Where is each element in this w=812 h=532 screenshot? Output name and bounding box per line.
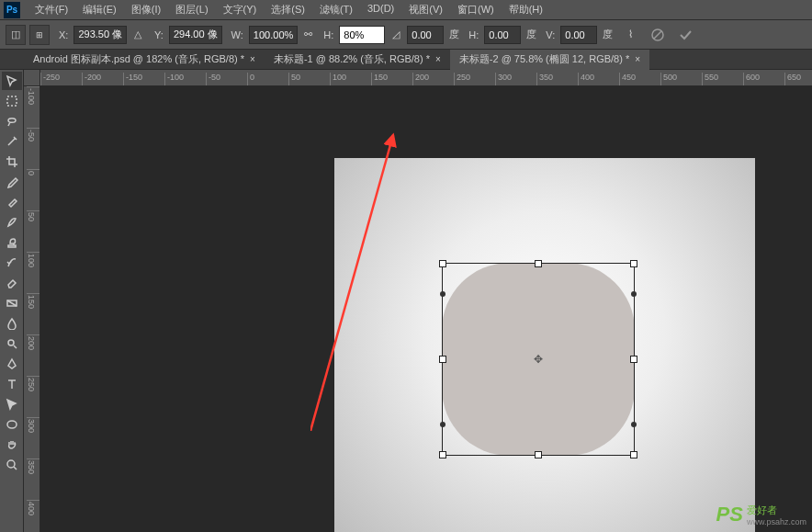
angle-input[interactable]: 0.00	[407, 26, 444, 44]
wand-tool[interactable]	[2, 132, 22, 151]
skew-h-unit: 度	[526, 28, 536, 41]
path-tool[interactable]	[2, 395, 22, 413]
cancel-icon[interactable]	[648, 25, 668, 45]
handle-tc[interactable]	[535, 260, 542, 267]
tab-2[interactable]: 未标题-1 @ 88.2% (音乐, RGB/8) *×	[265, 50, 450, 70]
curve-point[interactable]	[440, 291, 445, 297]
toolbox	[0, 70, 24, 532]
move-tool[interactable]	[2, 72, 22, 90]
curve-point[interactable]	[631, 422, 637, 427]
watermark: PS 爱好者 www.psahz.com	[716, 503, 806, 526]
heal-tool[interactable]	[2, 193, 22, 211]
menu-item[interactable]: 编辑(E)	[75, 3, 124, 17]
handle-tl[interactable]	[439, 260, 446, 267]
skew-h-input[interactable]: 0.00	[484, 26, 521, 44]
shape-tool[interactable]	[2, 415, 22, 434]
handle-bc[interactable]	[535, 451, 542, 458]
center-point-icon[interactable]: ✥	[533, 354, 544, 365]
lasso-tool[interactable]	[2, 112, 22, 130]
close-icon[interactable]: ×	[635, 54, 640, 64]
handle-rc[interactable]	[630, 356, 637, 363]
menu-item[interactable]: 视图(V)	[401, 3, 450, 17]
skew-h-label: H:	[468, 29, 479, 40]
handle-bl[interactable]	[439, 451, 446, 458]
svg-point-4	[8, 340, 14, 345]
skew-v-unit: 度	[603, 28, 613, 41]
gradient-tool[interactable]	[2, 294, 22, 312]
eyedropper-tool[interactable]	[2, 173, 22, 191]
menu-item[interactable]: 图像(I)	[124, 3, 168, 17]
delta-icon[interactable]: △	[134, 28, 141, 40]
ruler-vertical[interactable]: -100-50050100150200250300350400450500	[24, 86, 40, 532]
angle-unit: 度	[449, 28, 459, 41]
menu-item[interactable]: 文件(F)	[28, 3, 75, 17]
w-input[interactable]: 100.00%	[249, 26, 298, 44]
crop-tool[interactable]	[2, 153, 22, 171]
svg-rect-2	[7, 96, 17, 106]
eraser-tool[interactable]	[2, 274, 22, 292]
transform-tool-icon[interactable]: ◫	[6, 25, 26, 45]
w-label: W:	[231, 29, 243, 40]
svg-line-1	[654, 31, 661, 39]
commit-icon[interactable]	[675, 25, 695, 45]
brush-tool[interactable]	[2, 213, 22, 232]
tab-label: 未标题-2 @ 75.8% (椭圆 12, RGB/8) *	[459, 52, 629, 66]
watermark-url: www.psahz.com	[747, 517, 806, 526]
h-input[interactable]: 80%	[339, 26, 385, 44]
reference-point-icon[interactable]: ⊞	[29, 25, 50, 45]
link-icon[interactable]: ⚯	[301, 28, 314, 41]
menu-item[interactable]: 图层(L)	[168, 3, 215, 17]
x-label: X:	[59, 29, 68, 40]
document-tabs: Android 图标副本.psd @ 182% (音乐, RGB/8) *× 未…	[0, 50, 812, 70]
tab-3[interactable]: 未标题-2 @ 75.8% (椭圆 12, RGB/8) *×	[450, 50, 649, 70]
y-label: Y:	[154, 29, 164, 40]
handle-lc[interactable]	[439, 356, 446, 363]
hand-tool[interactable]	[2, 436, 22, 454]
ruler-corner	[24, 70, 40, 86]
x-input[interactable]: 293.50 像	[73, 26, 127, 44]
watermark-text: 爱好者	[747, 504, 806, 517]
skew-v-label: V:	[546, 29, 555, 40]
warp-icon[interactable]: ⌇	[620, 25, 640, 45]
zoom-tool[interactable]	[2, 456, 22, 474]
tab-label: 未标题-1 @ 88.2% (音乐, RGB/8) *	[274, 52, 430, 66]
handle-br[interactable]	[630, 451, 637, 458]
skew-v-input[interactable]: 0.00	[560, 26, 597, 44]
tab-label: Android 图标副本.psd @ 182% (音乐, RGB/8) *	[33, 52, 244, 66]
app-logo: Ps	[4, 2, 20, 18]
h-label: H:	[323, 29, 333, 40]
menu-item[interactable]: 窗口(W)	[450, 3, 502, 17]
menu-item[interactable]: 滤镜(T)	[312, 3, 360, 17]
watermark-logo: PS	[716, 503, 743, 526]
close-icon[interactable]: ×	[435, 54, 441, 64]
options-bar: ◫ ⊞ X: 293.50 像 △ Y: 294.00 像 W: 100.00%…	[0, 20, 812, 50]
transform-bounds[interactable]: ✥	[442, 263, 635, 456]
menu-bar: Ps 文件(F)编辑(E)图像(I)图层(L)文字(Y)选择(S)滤镜(T)3D…	[0, 0, 812, 20]
svg-point-5	[7, 421, 17, 428]
menu-item[interactable]: 选择(S)	[264, 3, 312, 17]
y-input[interactable]: 294.00 像	[169, 26, 222, 44]
svg-point-6	[7, 460, 15, 468]
canvas-area[interactable]: -250-200-150-100-50050100150200250300350…	[24, 70, 812, 532]
history-brush-tool[interactable]	[2, 254, 22, 272]
menu-item[interactable]: 3D(D)	[360, 3, 401, 17]
angle-icon: ◿	[392, 28, 400, 40]
curve-point[interactable]	[440, 422, 445, 427]
menu-item[interactable]: 文字(Y)	[216, 3, 265, 17]
stamp-tool[interactable]	[2, 233, 22, 252]
close-icon[interactable]: ×	[250, 54, 255, 64]
ruler-horizontal[interactable]: -250-200-150-100-50050100150200250300350…	[40, 70, 812, 86]
marquee-tool[interactable]	[2, 92, 22, 110]
menu-item[interactable]: 帮助(H)	[502, 3, 550, 17]
handle-tr[interactable]	[630, 260, 637, 267]
dodge-tool[interactable]	[2, 334, 22, 353]
type-tool[interactable]	[2, 375, 22, 393]
blur-tool[interactable]	[2, 314, 22, 333]
curve-point[interactable]	[631, 291, 637, 297]
tab-1[interactable]: Android 图标副本.psd @ 182% (音乐, RGB/8) *×	[24, 50, 265, 70]
pen-tool[interactable]	[2, 355, 22, 373]
